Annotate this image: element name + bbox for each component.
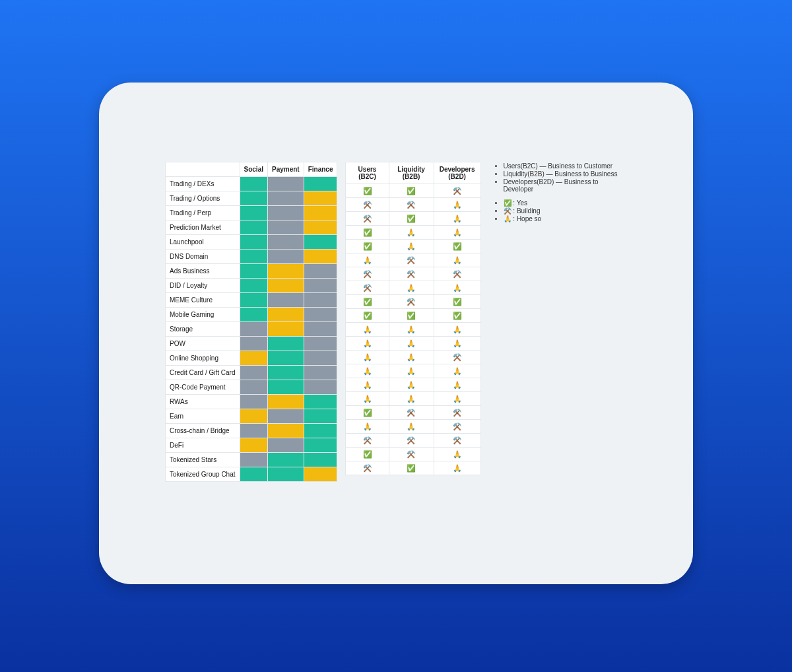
status-cell: 🙏 <box>389 281 434 295</box>
row-label: DID / Loyalty <box>166 279 240 293</box>
col-users-b2c: Users (B2C) <box>346 162 389 184</box>
status-cell: 🙏 <box>434 281 480 295</box>
row-label: Earn <box>166 409 240 424</box>
row-label: DeFi <box>166 438 240 453</box>
status-cell: ⚒️ <box>389 448 434 461</box>
table-row: Online Shopping <box>166 351 337 366</box>
status-cell: 🙏 <box>389 240 434 253</box>
status-matrix-table: Users (B2C) Liquidity (B2B) Developers (… <box>345 162 480 475</box>
fit-cell <box>304 409 337 424</box>
status-cell: 🙏 <box>434 448 480 461</box>
row-label: Trading / Perp <box>166 206 240 220</box>
status-cell: 🙏 <box>389 351 434 364</box>
status-cell: ✅ <box>434 295 480 309</box>
table-row: 🙏🙏🙏 <box>346 364 480 378</box>
status-cell: ✅ <box>389 212 434 226</box>
status-cell: 🙏 <box>389 323 434 337</box>
fit-cell <box>267 366 304 380</box>
status-cell: 🙏 <box>389 420 434 434</box>
row-label: Trading / DEXs <box>166 177 240 191</box>
fit-cell <box>304 395 337 409</box>
fit-cell <box>267 337 304 351</box>
table-row: RWAs <box>166 395 337 409</box>
fit-cell <box>304 308 337 322</box>
fit-cell <box>304 424 337 438</box>
status-cell: 🙏 <box>389 337 434 351</box>
table-row: ✅✅✅ <box>346 309 480 323</box>
status-cell: 🙏 <box>434 253 480 267</box>
fit-cell <box>304 322 337 337</box>
status-cell: ✅ <box>389 309 434 323</box>
table-row: ✅⚒️⚒️ <box>346 406 480 420</box>
fit-cell <box>304 337 337 351</box>
fit-cell <box>304 177 337 191</box>
fit-cell <box>240 467 267 482</box>
table-row: Mobile Gaming <box>166 308 337 322</box>
col-developers-b2d: Developers (B2D) <box>434 162 480 184</box>
table-row: 🙏🙏🙏 <box>346 392 480 406</box>
row-label: MEME Culture <box>166 293 240 308</box>
table-row: ⚒️🙏🙏 <box>346 281 480 295</box>
row-label: Cross-chain / Bridge <box>166 424 240 438</box>
definition-item: Developers(B2D) — Business to Developer <box>504 178 624 193</box>
status-cell: 🙏 <box>434 226 480 240</box>
content-card: Social Payment Finance Trading / DEXsTra… <box>99 83 693 584</box>
fit-cell <box>304 250 337 264</box>
fit-cell <box>267 279 304 293</box>
table-row: ✅🙏🙏 <box>346 226 480 240</box>
status-cell: ✅ <box>346 448 389 461</box>
fit-cell <box>267 438 304 453</box>
fit-cell <box>240 380 267 395</box>
status-cell: 🙏 <box>346 420 389 434</box>
table-row: Trading / Perp <box>166 206 337 220</box>
row-label: Storage <box>166 322 240 337</box>
fit-cell <box>304 264 337 279</box>
status-cell: 🙏 <box>389 378 434 392</box>
fit-cell <box>267 264 304 279</box>
fit-cell <box>240 424 267 438</box>
status-cell: ✅ <box>346 240 389 253</box>
fit-cell <box>267 453 304 467</box>
status-cell: ⚒️ <box>389 267 434 281</box>
table-row: Cross-chain / Bridge <box>166 424 337 438</box>
fit-cell <box>304 235 337 250</box>
status-cell: ✅ <box>389 461 434 475</box>
status-cell: 🙏 <box>434 392 480 406</box>
table-row: DID / Loyalty <box>166 279 337 293</box>
fit-cell <box>240 438 267 453</box>
definition-item: Users(B2C) — Business to Customer <box>504 162 624 170</box>
fit-cell <box>267 467 304 482</box>
status-cell: 🙏 <box>434 378 480 392</box>
status-cell: 🙏 <box>346 364 389 378</box>
fit-cell <box>240 250 267 264</box>
fit-cell <box>267 351 304 366</box>
status-cell: 🙏 <box>434 337 480 351</box>
row-label: Mobile Gaming <box>166 308 240 322</box>
fit-cell <box>267 409 304 424</box>
fit-cell <box>240 322 267 337</box>
fit-cell <box>267 380 304 395</box>
table-row: ✅✅⚒️ <box>346 184 480 198</box>
fit-cell <box>304 191 337 206</box>
status-cell: ✅ <box>434 240 480 253</box>
table-row: 🙏🙏🙏 <box>346 323 480 337</box>
table-row: DeFi <box>166 438 337 453</box>
table-row: ⚒️⚒️⚒️ <box>346 267 480 281</box>
row-label: Ads Business <box>166 264 240 279</box>
table-row: MEME Culture <box>166 293 337 308</box>
fit-cell <box>240 264 267 279</box>
row-label: Credit Card / Gift Card <box>166 366 240 380</box>
fit-cell <box>267 395 304 409</box>
col-liquidity-b2b: Liquidity (B2B) <box>389 162 434 184</box>
table-row: ⚒️⚒️🙏 <box>346 198 480 212</box>
status-cell: ✅ <box>434 309 480 323</box>
status-cell: 🙏 <box>389 226 434 240</box>
status-cell: 🙏 <box>346 323 389 337</box>
table-row: ⚒️⚒️⚒️ <box>346 434 480 448</box>
row-label: RWAs <box>166 395 240 409</box>
status-cell: 🙏 <box>434 198 480 212</box>
table-row: Prediction Market <box>166 220 337 235</box>
table-row: 🙏🙏🙏 <box>346 378 480 392</box>
fit-cell <box>304 220 337 235</box>
row-label: QR-Code Payment <box>166 380 240 395</box>
